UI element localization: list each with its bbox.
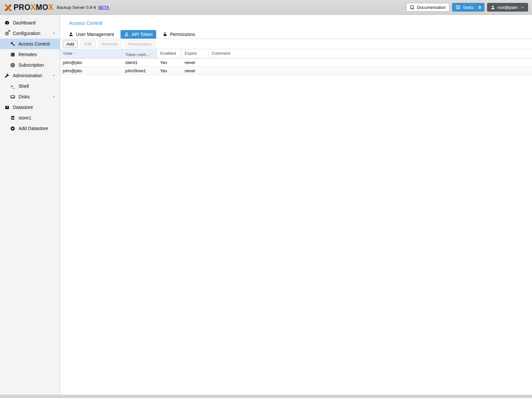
column-label: Enabled xyxy=(160,51,176,56)
sidebar-item-configuration[interactable]: ⚙⚙Configuration xyxy=(0,28,60,39)
sidebar-item-label: Access Control xyxy=(18,41,50,47)
sidebar-item-dashboard[interactable]: Dashboard xyxy=(0,17,60,28)
column-header-user[interactable]: User↑ xyxy=(60,49,122,58)
cell-token: client1 xyxy=(122,58,157,66)
table-row[interactable]: john@pbsjohnStore1Yesnever xyxy=(60,67,532,75)
toolbar: AddEditRemovePermissions xyxy=(60,39,532,49)
tab-permissions[interactable]: Permissions xyxy=(159,30,199,39)
sidebar-item-subscription[interactable]: Subscription xyxy=(0,60,60,70)
user-icon xyxy=(491,5,495,10)
page-title: Access Control xyxy=(60,15,532,26)
key-icon xyxy=(10,42,16,47)
hdd-icon xyxy=(10,94,16,99)
table-body: john@pbsclient1Yesneverjohn@pbsjohnStore… xyxy=(60,58,532,75)
cell-expire: never xyxy=(181,67,208,75)
app-version: Backup Server 0.9-6 xyxy=(57,5,96,10)
unlock-icon xyxy=(163,32,167,37)
sidebar-item-label: Add Datastore xyxy=(18,126,48,131)
remotes-icon xyxy=(10,52,16,57)
sidebar: Dashboard⚙⚙ConfigurationAccess ControlRe… xyxy=(0,15,60,395)
sidebar-item-label: Remotes xyxy=(18,52,37,57)
sort-asc-icon: ↑ xyxy=(74,51,76,56)
terminal-icon: >_ xyxy=(10,84,16,88)
cell-enabled: Yes xyxy=(157,67,181,75)
edit-button[interactable]: Edit xyxy=(81,40,95,48)
sidebar-item-store1[interactable]: store1 xyxy=(0,113,60,123)
column-header-comment[interactable]: Comment xyxy=(208,49,532,58)
sidebar-item-administration[interactable]: Administration xyxy=(0,70,60,81)
permissions-button[interactable]: Permissions xyxy=(124,40,155,48)
database-icon xyxy=(10,116,16,120)
sidebar-item-shell[interactable]: >_Shell xyxy=(0,81,60,91)
sidebar-item-label: Configuration xyxy=(13,31,40,36)
user-outline-icon xyxy=(124,32,129,37)
column-header-enabled[interactable]: Enabled xyxy=(157,49,181,58)
tab-api-token[interactable]: API Token xyxy=(121,30,156,39)
cell-expire: never xyxy=(181,58,208,66)
tab-bar: User ManagementAPI TokenPermissions xyxy=(60,26,532,39)
sidebar-item-disks[interactable]: Disks xyxy=(0,91,60,102)
column-label: User xyxy=(63,51,72,56)
main-panel: Access Control User ManagementAPI TokenP… xyxy=(60,15,532,395)
documentation-label: Documentation xyxy=(417,5,445,10)
book-icon xyxy=(410,5,414,10)
remove-button[interactable]: Remove xyxy=(98,40,122,48)
sidebar-item-label: Datastore xyxy=(13,105,33,110)
plus-circle-icon xyxy=(10,126,16,131)
sidebar-item-label: store1 xyxy=(18,115,31,120)
column-header-expire[interactable]: Expire xyxy=(181,49,208,58)
sidebar-item-label: Dashboard xyxy=(13,20,36,25)
sidebar-item-label: Administration xyxy=(13,73,42,78)
column-header-token[interactable]: Token nam…↑ xyxy=(122,49,157,58)
user-menu-button[interactable]: root@pam xyxy=(487,3,528,12)
proxmox-x-icon xyxy=(3,3,12,12)
user-menu-label: root@pam xyxy=(497,5,517,10)
caret-down-icon[interactable] xyxy=(52,74,56,78)
sidebar-item-label: Subscription xyxy=(18,62,44,68)
add-button[interactable]: Add xyxy=(63,40,78,48)
tasks-count-badge: 0 xyxy=(479,5,481,10)
beta-link[interactable]: BETA xyxy=(98,5,109,10)
documentation-button[interactable]: Documentation xyxy=(406,3,449,12)
sidebar-item-label: Shell xyxy=(18,83,29,89)
user-solid-icon xyxy=(69,32,73,37)
cell-comment xyxy=(208,67,532,75)
dashboard-icon xyxy=(4,20,10,25)
chevron-down-icon xyxy=(521,6,524,9)
proxmox-logo[interactable]: PROXMOX xyxy=(3,3,53,12)
cell-comment xyxy=(208,58,532,66)
sidebar-item-remotes[interactable]: Remotes xyxy=(0,49,60,60)
sidebar-item-access-control[interactable]: Access Control xyxy=(0,39,60,49)
tasks-button[interactable]: Tasks 0 xyxy=(452,3,484,12)
tab-user-management[interactable]: User Management xyxy=(65,30,118,39)
tab-label: Permissions xyxy=(170,32,195,37)
column-label: Expire xyxy=(185,51,197,56)
life-ring-icon xyxy=(10,63,16,68)
logo-wordmark: PROXMOX xyxy=(14,3,53,12)
tab-label: API Token xyxy=(131,32,153,37)
caret-down-icon[interactable] xyxy=(52,31,56,35)
tasks-label: Tasks xyxy=(463,5,474,10)
gears-icon: ⚙⚙ xyxy=(4,31,10,36)
sidebar-item-datastore[interactable]: Datastore xyxy=(0,102,60,113)
cell-user: john@pbs xyxy=(60,67,122,75)
caret-right-icon[interactable] xyxy=(52,95,56,99)
column-label: Token nam… xyxy=(125,52,151,57)
table-row[interactable]: john@pbsclient1Yesnever xyxy=(60,58,532,67)
sidebar-item-label: Disks xyxy=(18,94,30,99)
cell-enabled: Yes xyxy=(157,58,181,66)
tab-label: User Management xyxy=(76,32,114,37)
cell-user: john@pbs xyxy=(60,58,122,66)
top-bar: PROXMOX Backup Server 0.9-6 BETA Documen… xyxy=(0,0,532,15)
table-header: User↑Token nam…↑EnabledExpireComment xyxy=(60,49,532,58)
column-label: Comment xyxy=(212,51,230,56)
datastore-icon xyxy=(4,105,10,110)
task-list-icon xyxy=(456,5,460,10)
wrench-icon xyxy=(4,73,10,78)
sidebar-item-add-datastore[interactable]: Add Datastore xyxy=(0,123,60,134)
cell-token: johnStore1 xyxy=(122,67,157,75)
